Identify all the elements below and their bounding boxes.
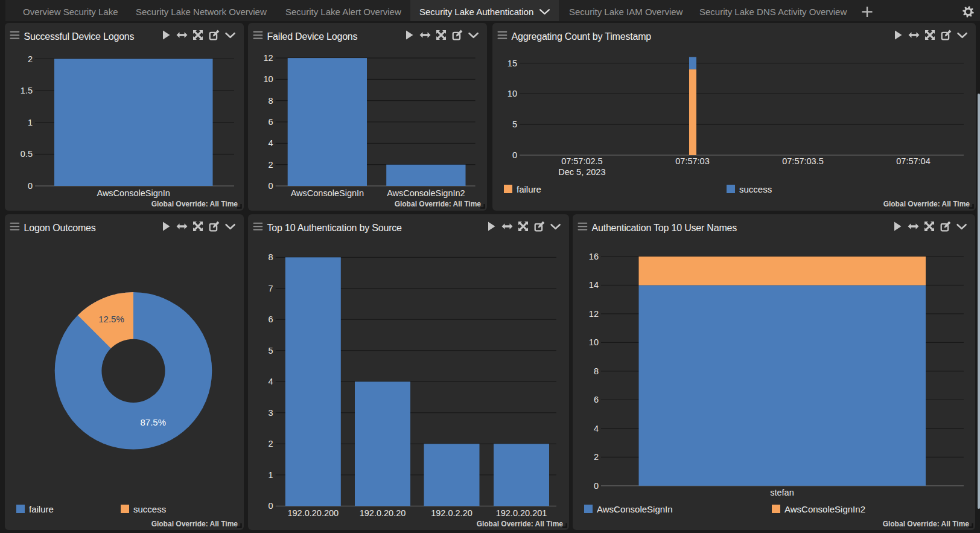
svg-text:07:57:03.5: 07:57:03.5	[782, 156, 824, 166]
svg-text:10: 10	[263, 74, 273, 84]
svg-text:success: success	[133, 504, 166, 514]
svg-text:07:57:04: 07:57:04	[896, 156, 930, 166]
svg-text:failure: failure	[29, 504, 54, 514]
svg-text:15: 15	[508, 59, 517, 68]
svg-text:0: 0	[269, 181, 273, 191]
svg-text:Top 10 Authentication by Sourc: Top 10 Authentication by Source	[267, 223, 402, 233]
svg-text:16: 16	[589, 252, 599, 261]
svg-text:1: 1	[269, 470, 273, 480]
svg-text:07:57:03: 07:57:03	[675, 156, 709, 166]
svg-text:12.5%: 12.5%	[98, 314, 124, 324]
svg-text:Aggregating Count by Timestamp: Aggregating Count by Timestamp	[512, 31, 652, 42]
svg-text:AwsConsoleSignIn2: AwsConsoleSignIn2	[784, 504, 865, 514]
svg-text:5: 5	[269, 346, 273, 356]
svg-text:Security Lake Alert Overview: Security Lake Alert Overview	[285, 7, 401, 17]
svg-text:6: 6	[269, 314, 273, 324]
svg-text:0.5: 0.5	[21, 149, 33, 159]
svg-text:6: 6	[594, 395, 599, 404]
svg-text:Global Override: All Time: Global Override: All Time	[477, 520, 564, 528]
svg-text:8: 8	[269, 252, 273, 262]
svg-text:AwsConsoleSignIn2: AwsConsoleSignIn2	[387, 188, 465, 198]
svg-text:10: 10	[589, 337, 599, 347]
svg-text:4: 4	[594, 424, 599, 433]
svg-text:3: 3	[269, 408, 273, 418]
svg-text:4: 4	[269, 377, 273, 386]
svg-text:192.0.20.20: 192.0.20.20	[360, 508, 406, 518]
svg-text:14: 14	[589, 280, 599, 290]
svg-text:0: 0	[594, 481, 599, 491]
svg-text:Global Override: All Time: Global Override: All Time	[883, 520, 970, 528]
svg-text:Authentication Top 10 User Nam: Authentication Top 10 User Names	[592, 223, 737, 233]
svg-text:8: 8	[269, 96, 273, 106]
svg-text:2: 2	[269, 160, 273, 170]
svg-text:0: 0	[512, 150, 517, 160]
svg-text:Dec 5, 2023: Dec 5, 2023	[558, 167, 605, 177]
svg-text:Successful Device Logons: Successful Device Logons	[24, 31, 135, 42]
svg-text:Failed Device Logons: Failed Device Logons	[267, 31, 358, 42]
svg-text:12: 12	[263, 53, 273, 63]
svg-text:8: 8	[594, 366, 599, 376]
svg-text:Global Override: All Time: Global Override: All Time	[151, 200, 238, 208]
svg-text:7: 7	[269, 284, 273, 293]
svg-text:192.0.20.200: 192.0.20.200	[287, 508, 339, 518]
svg-text:07:57:02.5: 07:57:02.5	[561, 156, 603, 166]
svg-text:Global Override: All Time: Global Override: All Time	[151, 520, 238, 528]
svg-text:1: 1	[28, 118, 33, 127]
svg-text:success: success	[739, 184, 772, 194]
svg-text:Security Lake IAM Overview: Security Lake IAM Overview	[569, 7, 683, 17]
svg-text:192.0.2.20: 192.0.2.20	[431, 508, 472, 518]
svg-text:Overview Security Lake: Overview Security Lake	[23, 7, 118, 17]
svg-text:stefan: stefan	[770, 488, 794, 497]
svg-text:Security Lake Authentication: Security Lake Authentication	[419, 7, 533, 17]
svg-text:5: 5	[512, 120, 517, 129]
svg-text:0: 0	[28, 181, 33, 191]
svg-text:0: 0	[269, 501, 273, 511]
svg-text:2: 2	[594, 452, 599, 462]
svg-text:AwsConsoleSignIn: AwsConsoleSignIn	[97, 188, 170, 198]
svg-text:2: 2	[269, 439, 273, 448]
svg-text:4: 4	[269, 138, 273, 148]
svg-text:Global Override: All Time: Global Override: All Time	[883, 200, 970, 208]
svg-text:12: 12	[589, 309, 599, 319]
svg-text:1.5: 1.5	[21, 86, 33, 95]
svg-text:Global Override: All Time: Global Override: All Time	[395, 200, 482, 208]
svg-text:87.5%: 87.5%	[141, 417, 167, 427]
svg-text:10: 10	[508, 89, 517, 98]
svg-text:2: 2	[28, 54, 33, 64]
svg-text:Security Lake DNS Activity Ove: Security Lake DNS Activity Overview	[699, 7, 847, 17]
svg-text:failure: failure	[517, 184, 541, 194]
svg-text:AwsConsoleSignIn: AwsConsoleSignIn	[597, 504, 673, 514]
svg-text:192.0.20.201: 192.0.20.201	[496, 508, 547, 518]
svg-text:Logon Outcomes: Logon Outcomes	[24, 223, 96, 233]
svg-text:6: 6	[269, 117, 273, 127]
svg-text:Security Lake Network Overview: Security Lake Network Overview	[136, 7, 267, 17]
svg-text:AwsConsoleSignIn: AwsConsoleSignIn	[291, 188, 364, 198]
